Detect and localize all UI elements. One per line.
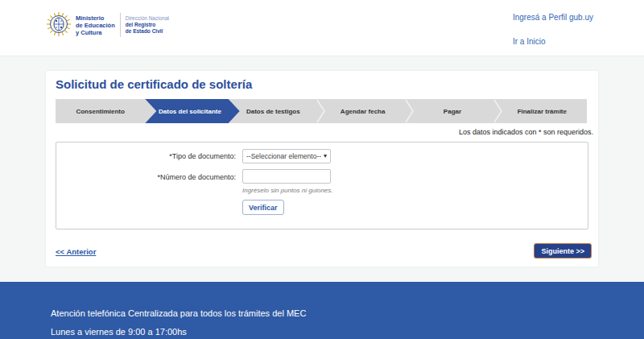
wizard-step-agendar-fecha[interactable]: Agendar fecha [318,99,407,123]
wizard-step-label: Finalizar trámite [518,108,567,115]
mec-logo[interactable]: Ministeriode Educacióny Cultura Direcció… [46,9,169,41]
wizard-step-label: Pagar [444,108,461,115]
step-wizard: Consentimiento Datos del solicitante Dat… [56,99,587,123]
wizard-step-label: Consentimiento [76,108,124,115]
division-name: Dirección Nacional del Registro de Estad… [126,15,169,35]
document-number-input[interactable] [242,169,331,184]
link-ir-a-inicio[interactable]: Ir a Inicio [513,37,593,46]
site-header: Ministeriode Educacióny Cultura Direcció… [0,0,644,56]
link-perfil-gubuy[interactable]: Ingresá a Perfil gub.uy [513,13,593,22]
document-type-label: *Tipo de documento: [56,143,236,160]
required-fields-note: Los datos indicados con * son requeridos… [459,128,593,136]
ministry-name: Ministeriode Educacióny Cultura [76,14,115,36]
footer-phone-attention-text: Atención telefónica Centralizada para to… [51,308,306,318]
document-number-hint: Ingréselo sin puntos ni guiones. [242,187,333,194]
document-number-label: *Número de documento: [56,163,236,181]
verify-button[interactable]: Verificar [242,200,284,215]
page-title: Solicitud de certificado de soltería [56,77,252,91]
wizard-step-label: Datos de testigos [246,108,300,115]
next-step-button[interactable]: Siguiente >> [534,243,592,258]
document-type-selected-option: --Seleccionar elemento-- [246,152,321,160]
header-links: Ingresá a Perfil gub.uy Ir a Inicio [513,13,593,46]
document-number-row: *Número de documento: Ingréselo sin punt… [56,163,588,215]
logo-divider [120,13,121,37]
document-type-select[interactable]: --Seleccionar elemento-- ▾ [242,149,331,163]
wizard-step-consentimiento[interactable]: Consentimiento [56,99,145,123]
wizard-step-pagar[interactable]: Pagar [407,99,497,123]
document-type-row: *Tipo de documento: --Seleccionar elemen… [56,143,588,163]
footer-hours-text: Lunes a viernes de 9:00 a 17:00hs [51,327,187,337]
previous-step-link[interactable]: << Anterior [56,247,96,256]
uruguay-coat-of-arms-icon [46,9,72,41]
wizard-step-datos-del-solicitante[interactable]: Datos del solicitante [145,99,239,123]
site-footer: Atención telefónica Centralizada para to… [0,282,644,339]
main-card: Solicitud de certificado de soltería Con… [46,71,598,267]
wizard-step-datos-de-testigos[interactable]: Datos de testigos [229,99,318,123]
chevron-down-icon: ▾ [324,153,327,159]
wizard-step-finalizar-tramite[interactable]: Finalizar trámite [497,99,587,123]
wizard-step-label: Agendar fecha [341,108,386,115]
document-form: *Tipo de documento: --Seleccionar elemen… [56,142,588,229]
wizard-step-label: Datos del solicitante [159,108,221,115]
